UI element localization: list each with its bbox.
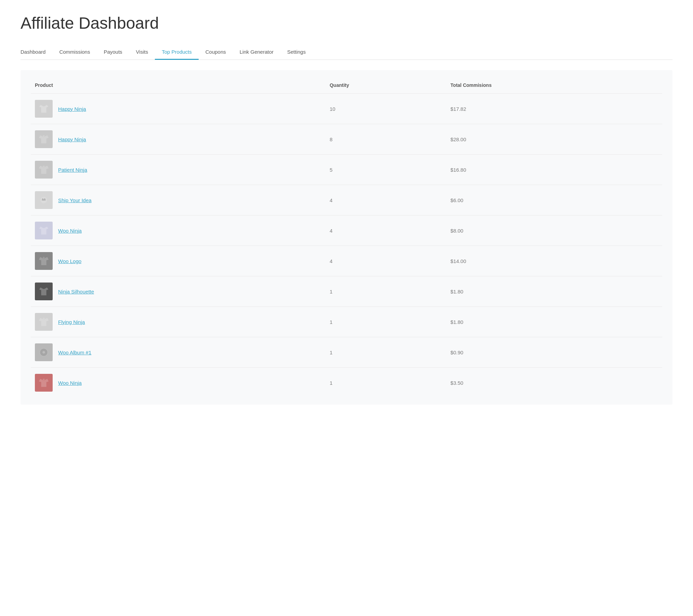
navigation-tabs: DashboardCommissionsPayoutsVisitsTop Pro… <box>21 45 672 60</box>
svg-point-4 <box>42 198 43 199</box>
total-cell-5: $8.00 <box>447 215 662 246</box>
product-cell-10: Woo Ninja <box>31 368 325 398</box>
svg-rect-3 <box>42 199 45 200</box>
col-header-product: Product <box>31 77 325 94</box>
product-cell-2: Happy Ninja <box>31 124 325 155</box>
nav-tab-dashboard[interactable]: Dashboard <box>21 45 52 60</box>
product-link-6[interactable]: Woo Logo <box>58 258 81 264</box>
product-image-4 <box>35 191 53 209</box>
total-cell-2: $28.00 <box>447 124 662 155</box>
total-cell-3: $16.80 <box>447 155 662 185</box>
product-image-5 <box>35 222 53 239</box>
product-image-10 <box>35 374 53 392</box>
product-cell-1: Happy Ninja <box>31 94 325 124</box>
table-row: Woo Ninja1$3.50 <box>31 368 662 398</box>
svg-point-6 <box>43 257 45 259</box>
product-image-2 <box>35 130 53 148</box>
quantity-cell-7: 1 <box>325 276 446 307</box>
table-body: Happy Ninja10$17.82 Happy Ninja8$28.00 P… <box>31 94 662 398</box>
product-link-9[interactable]: Woo Album #1 <box>58 350 91 355</box>
product-link-8[interactable]: Flying Ninja <box>58 319 85 325</box>
product-image-1 <box>35 100 53 118</box>
product-image-7 <box>35 283 53 300</box>
total-cell-10: $3.50 <box>447 368 662 398</box>
products-table: ProductQuantityTotal Commisions Happy Ni… <box>31 77 662 398</box>
nav-tab-commissions[interactable]: Commissions <box>52 45 97 60</box>
quantity-cell-10: 1 <box>325 368 446 398</box>
svg-point-1 <box>43 166 45 168</box>
table-header: ProductQuantityTotal Commisions <box>31 77 662 94</box>
product-cell-7: Ninja Silhouette <box>31 276 325 307</box>
nav-tab-top-products[interactable]: Top Products <box>155 45 199 60</box>
total-cell-9: $0.90 <box>447 337 662 368</box>
svg-point-0 <box>43 135 45 137</box>
total-cell-4: $6.00 <box>447 185 662 215</box>
table-row: Woo Logo4$14.00 <box>31 246 662 276</box>
nav-tab-coupons[interactable]: Coupons <box>199 45 233 60</box>
svg-point-5 <box>44 198 45 199</box>
table-row: Happy Ninja10$17.82 <box>31 94 662 124</box>
nav-tab-settings[interactable]: Settings <box>280 45 312 60</box>
product-link-1[interactable]: Happy Ninja <box>58 106 86 112</box>
product-image-8 <box>35 313 53 331</box>
quantity-cell-9: 1 <box>325 337 446 368</box>
quantity-cell-5: 4 <box>325 215 446 246</box>
product-cell-8: Flying Ninja <box>31 307 325 337</box>
total-cell-8: $1.80 <box>447 307 662 337</box>
product-cell-4: Ship Your Idea <box>31 185 325 215</box>
col-header-quantity: Quantity <box>325 77 446 94</box>
product-link-7[interactable]: Ninja Silhouette <box>58 289 94 294</box>
svg-point-10 <box>43 379 45 381</box>
product-cell-9: Woo Album #1 <box>31 337 325 368</box>
quantity-cell-8: 1 <box>325 307 446 337</box>
product-cell-3: Patient Ninja <box>31 155 325 185</box>
quantity-cell-1: 10 <box>325 94 446 124</box>
table-row: Woo Ninja4$8.00 <box>31 215 662 246</box>
table-row: Woo Album #11$0.90 <box>31 337 662 368</box>
col-header-total_commissions: Total Commisions <box>447 77 662 94</box>
product-image-3 <box>35 161 53 179</box>
nav-tab-link-generator[interactable]: Link Generator <box>233 45 280 60</box>
product-link-2[interactable]: Happy Ninja <box>58 136 86 142</box>
table-row: Happy Ninja8$28.00 <box>31 124 662 155</box>
total-cell-6: $14.00 <box>447 246 662 276</box>
product-image-6 <box>35 252 53 270</box>
quantity-cell-6: 4 <box>325 246 446 276</box>
product-link-5[interactable]: Woo Ninja <box>58 228 82 234</box>
product-link-3[interactable]: Patient Ninja <box>58 167 87 173</box>
nav-tab-payouts[interactable]: Payouts <box>97 45 129 60</box>
nav-tab-visits[interactable]: Visits <box>129 45 155 60</box>
svg-point-7 <box>43 318 45 320</box>
total-cell-7: $1.80 <box>447 276 662 307</box>
page-title: Affiliate Dashboard <box>21 14 672 32</box>
product-cell-6: Woo Logo <box>31 246 325 276</box>
product-image-9 <box>35 343 53 361</box>
quantity-cell-4: 4 <box>325 185 446 215</box>
quantity-cell-2: 8 <box>325 124 446 155</box>
product-cell-5: Woo Ninja <box>31 215 325 246</box>
products-table-container: ProductQuantityTotal Commisions Happy Ni… <box>21 70 672 405</box>
table-row: Flying Ninja1$1.80 <box>31 307 662 337</box>
product-link-4[interactable]: Ship Your Idea <box>58 197 92 203</box>
quantity-cell-3: 5 <box>325 155 446 185</box>
table-row: Ship Your Idea4$6.00 <box>31 185 662 215</box>
svg-point-9 <box>42 351 45 354</box>
table-row: Patient Ninja5$16.80 <box>31 155 662 185</box>
total-cell-1: $17.82 <box>447 94 662 124</box>
product-link-10[interactable]: Woo Ninja <box>58 380 82 386</box>
table-row: Ninja Silhouette1$1.80 <box>31 276 662 307</box>
